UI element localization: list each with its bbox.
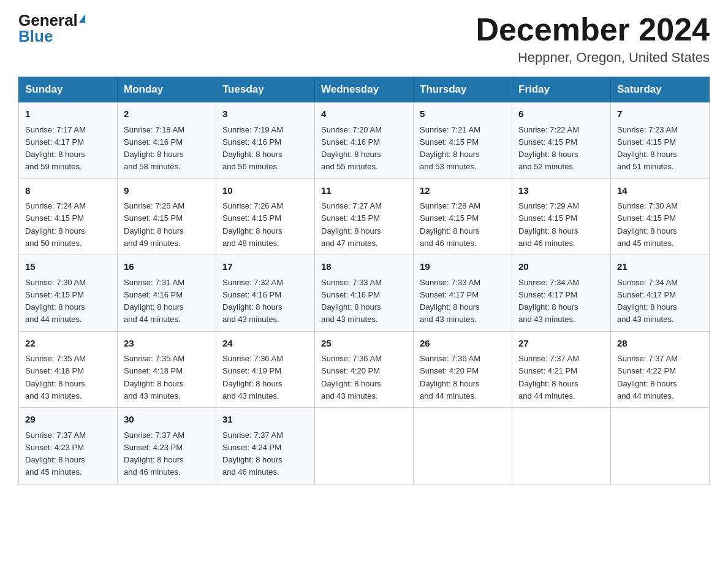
day-of-week-header: Sunday (19, 77, 118, 102)
calendar-cell: 1 Sunrise: 7:17 AM Sunset: 4:17 PM Dayli… (19, 102, 118, 179)
calendar-cell: 15 Sunrise: 7:30 AM Sunset: 4:15 PM Dayl… (19, 255, 118, 332)
calendar-cell: 9 Sunrise: 7:25 AM Sunset: 4:15 PM Dayli… (118, 178, 216, 255)
day-number: 3 (222, 107, 308, 121)
day-info: Sunrise: 7:28 AM Sunset: 4:15 PM Dayligh… (420, 201, 480, 248)
day-info: Sunrise: 7:35 AM Sunset: 4:18 PM Dayligh… (25, 354, 86, 400)
logo-blue-text: Blue (18, 28, 53, 44)
day-info: Sunrise: 7:34 AM Sunset: 4:17 PM Dayligh… (617, 278, 678, 324)
day-info: Sunrise: 7:37 AM Sunset: 4:24 PM Dayligh… (222, 431, 283, 477)
day-number: 23 (124, 337, 210, 351)
day-number: 4 (321, 107, 407, 121)
day-number: 14 (617, 184, 703, 198)
logo: General Blue (18, 12, 85, 44)
calendar-week-row: 15 Sunrise: 7:30 AM Sunset: 4:15 PM Dayl… (19, 255, 710, 332)
day-number: 17 (222, 260, 308, 274)
day-info: Sunrise: 7:35 AM Sunset: 4:18 PM Dayligh… (124, 354, 184, 400)
day-number: 22 (25, 337, 111, 351)
calendar-cell: 17 Sunrise: 7:32 AM Sunset: 4:16 PM Dayl… (216, 255, 315, 332)
day-number: 10 (222, 184, 308, 198)
calendar-cell: 21 Sunrise: 7:34 AM Sunset: 4:17 PM Dayl… (611, 255, 710, 332)
calendar-cell (512, 408, 611, 484)
calendar-week-row: 22 Sunrise: 7:35 AM Sunset: 4:18 PM Dayl… (19, 331, 710, 408)
calendar-table: SundayMondayTuesdayWednesdayThursdayFrid… (18, 77, 710, 484)
day-number: 6 (518, 107, 604, 121)
calendar-cell: 26 Sunrise: 7:36 AM Sunset: 4:20 PM Dayl… (414, 331, 512, 408)
calendar-cell: 25 Sunrise: 7:36 AM Sunset: 4:20 PM Dayl… (315, 331, 414, 408)
day-info: Sunrise: 7:36 AM Sunset: 4:20 PM Dayligh… (420, 354, 480, 400)
calendar-cell: 30 Sunrise: 7:37 AM Sunset: 4:23 PM Dayl… (118, 408, 216, 484)
day-info: Sunrise: 7:27 AM Sunset: 4:15 PM Dayligh… (321, 201, 382, 248)
calendar-cell (611, 408, 710, 484)
calendar-week-row: 8 Sunrise: 7:24 AM Sunset: 4:15 PM Dayli… (19, 178, 710, 255)
calendar-week-row: 29 Sunrise: 7:37 AM Sunset: 4:23 PM Dayl… (19, 408, 710, 484)
day-info: Sunrise: 7:23 AM Sunset: 4:15 PM Dayligh… (617, 125, 678, 172)
calendar-week-row: 1 Sunrise: 7:17 AM Sunset: 4:17 PM Dayli… (19, 102, 710, 179)
day-of-week-header: Tuesday (216, 77, 315, 102)
calendar-cell (414, 408, 512, 484)
day-number: 8 (25, 184, 111, 198)
day-number: 29 (25, 413, 111, 427)
day-info: Sunrise: 7:33 AM Sunset: 4:17 PM Dayligh… (420, 278, 480, 324)
day-info: Sunrise: 7:37 AM Sunset: 4:21 PM Dayligh… (518, 354, 579, 400)
calendar-cell: 31 Sunrise: 7:37 AM Sunset: 4:24 PM Dayl… (216, 408, 315, 484)
calendar-cell: 29 Sunrise: 7:37 AM Sunset: 4:23 PM Dayl… (19, 408, 118, 484)
day-info: Sunrise: 7:21 AM Sunset: 4:15 PM Dayligh… (420, 125, 480, 172)
day-info: Sunrise: 7:20 AM Sunset: 4:16 PM Dayligh… (321, 125, 382, 172)
day-of-week-header: Thursday (414, 77, 512, 102)
day-number: 15 (25, 260, 111, 274)
day-info: Sunrise: 7:18 AM Sunset: 4:16 PM Dayligh… (124, 125, 184, 172)
calendar-location: Heppner, Oregon, United States (476, 50, 710, 66)
day-number: 21 (617, 260, 703, 274)
day-number: 31 (222, 413, 308, 427)
day-number: 19 (420, 260, 506, 274)
calendar-cell: 11 Sunrise: 7:27 AM Sunset: 4:15 PM Dayl… (315, 178, 414, 255)
day-number: 9 (124, 184, 210, 198)
calendar-cell: 14 Sunrise: 7:30 AM Sunset: 4:15 PM Dayl… (611, 178, 710, 255)
calendar-cell: 7 Sunrise: 7:23 AM Sunset: 4:15 PM Dayli… (611, 102, 710, 179)
day-info: Sunrise: 7:17 AM Sunset: 4:17 PM Dayligh… (25, 125, 86, 172)
day-info: Sunrise: 7:37 AM Sunset: 4:23 PM Dayligh… (124, 431, 184, 477)
day-info: Sunrise: 7:34 AM Sunset: 4:17 PM Dayligh… (518, 278, 579, 324)
day-number: 16 (124, 260, 210, 274)
day-number: 2 (124, 107, 210, 121)
day-info: Sunrise: 7:37 AM Sunset: 4:23 PM Dayligh… (25, 431, 86, 477)
calendar-title: December 2024 (476, 12, 710, 47)
calendar-cell: 10 Sunrise: 7:26 AM Sunset: 4:15 PM Dayl… (216, 178, 315, 255)
day-info: Sunrise: 7:24 AM Sunset: 4:15 PM Dayligh… (25, 201, 86, 248)
day-of-week-header: Friday (512, 77, 611, 102)
day-info: Sunrise: 7:30 AM Sunset: 4:15 PM Dayligh… (25, 278, 86, 324)
calendar-cell: 23 Sunrise: 7:35 AM Sunset: 4:18 PM Dayl… (118, 331, 216, 408)
day-number: 27 (518, 337, 604, 351)
day-number: 28 (617, 337, 703, 351)
calendar-cell: 4 Sunrise: 7:20 AM Sunset: 4:16 PM Dayli… (315, 102, 414, 179)
calendar-cell: 24 Sunrise: 7:36 AM Sunset: 4:19 PM Dayl… (216, 331, 315, 408)
calendar-header-row: SundayMondayTuesdayWednesdayThursdayFrid… (19, 77, 710, 102)
calendar-cell: 13 Sunrise: 7:29 AM Sunset: 4:15 PM Dayl… (512, 178, 611, 255)
day-info: Sunrise: 7:31 AM Sunset: 4:16 PM Dayligh… (124, 278, 184, 324)
day-number: 12 (420, 184, 506, 198)
day-number: 13 (518, 184, 604, 198)
day-info: Sunrise: 7:36 AM Sunset: 4:20 PM Dayligh… (321, 354, 382, 400)
day-number: 20 (518, 260, 604, 274)
day-info: Sunrise: 7:26 AM Sunset: 4:15 PM Dayligh… (222, 201, 283, 248)
day-info: Sunrise: 7:32 AM Sunset: 4:16 PM Dayligh… (222, 278, 283, 324)
title-block: December 2024 Heppner, Oregon, United St… (476, 12, 710, 66)
day-number: 26 (420, 337, 506, 351)
day-info: Sunrise: 7:29 AM Sunset: 4:15 PM Dayligh… (518, 201, 579, 248)
day-number: 11 (321, 184, 407, 198)
calendar-cell: 20 Sunrise: 7:34 AM Sunset: 4:17 PM Dayl… (512, 255, 611, 332)
calendar-cell: 27 Sunrise: 7:37 AM Sunset: 4:21 PM Dayl… (512, 331, 611, 408)
calendar-cell: 8 Sunrise: 7:24 AM Sunset: 4:15 PM Dayli… (19, 178, 118, 255)
calendar-cell: 28 Sunrise: 7:37 AM Sunset: 4:22 PM Dayl… (611, 331, 710, 408)
day-number: 30 (124, 413, 210, 427)
calendar-cell (315, 408, 414, 484)
day-info: Sunrise: 7:25 AM Sunset: 4:15 PM Dayligh… (124, 201, 184, 248)
calendar-cell: 5 Sunrise: 7:21 AM Sunset: 4:15 PM Dayli… (414, 102, 512, 179)
day-of-week-header: Monday (118, 77, 216, 102)
calendar-cell: 6 Sunrise: 7:22 AM Sunset: 4:15 PM Dayli… (512, 102, 611, 179)
day-number: 24 (222, 337, 308, 351)
day-number: 7 (617, 107, 703, 121)
calendar-cell: 22 Sunrise: 7:35 AM Sunset: 4:18 PM Dayl… (19, 331, 118, 408)
calendar-cell: 18 Sunrise: 7:33 AM Sunset: 4:16 PM Dayl… (315, 255, 414, 332)
day-number: 18 (321, 260, 407, 274)
